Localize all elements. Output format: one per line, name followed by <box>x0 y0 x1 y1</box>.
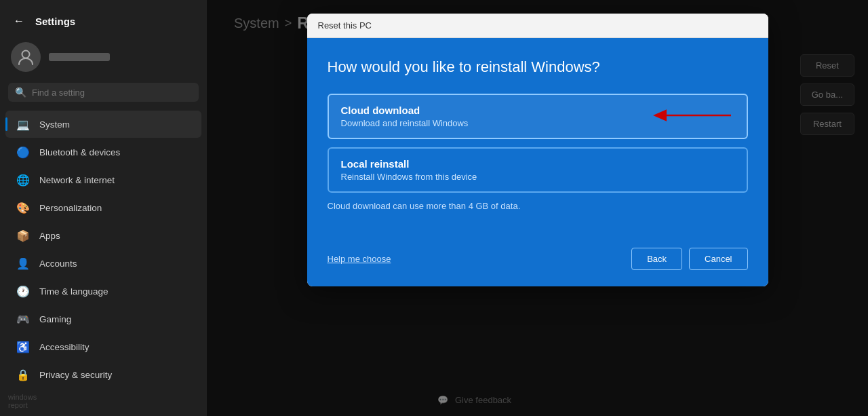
modal-footer: Help me choose Back Cancel <box>307 238 768 286</box>
apps-icon: 📦 <box>16 229 30 242</box>
watermark: windows report <box>8 393 37 409</box>
sidebar-label-bluetooth: Bluetooth & devices <box>39 147 120 157</box>
privacy-icon: 🔒 <box>16 368 30 381</box>
sidebar-item-accounts[interactable]: 👤 Accounts <box>5 250 201 277</box>
cloud-download-option[interactable]: Cloud download Download and reinstall Wi… <box>328 94 748 139</box>
search-box[interactable]: 🔍 <box>8 83 199 102</box>
sidebar-label-gaming: Gaming <box>39 314 71 324</box>
sidebar-label-accounts: Accounts <box>39 259 77 269</box>
sidebar-label-time: Time & language <box>39 286 108 297</box>
cancel-button-modal[interactable]: Cancel <box>689 248 747 270</box>
sidebar-label-network: Network & internet <box>39 175 115 185</box>
back-button-modal[interactable]: Back <box>631 248 682 270</box>
modal-question: How would you like to reinstall Windows? <box>328 58 748 76</box>
sidebar-header: ← Settings <box>0 0 207 37</box>
modal-title: Reset this PC <box>318 20 372 31</box>
sidebar-label-accessibility: Accessibility <box>39 342 90 352</box>
search-input[interactable] <box>32 88 192 98</box>
app-title: Settings <box>35 16 75 27</box>
modal-note: Cloud download can use more than 4 GB of… <box>328 201 748 211</box>
sidebar-item-personalization[interactable]: 🎨 Personalization <box>5 194 201 221</box>
sidebar-item-system[interactable]: 💻 System <box>5 111 201 138</box>
arrow-indicator <box>653 108 734 126</box>
accessibility-icon: ♿ <box>16 340 30 354</box>
nav-items: 💻 System 🔵 Bluetooth & devices 🌐 Network… <box>0 107 207 416</box>
local-option-title: Local reinstall <box>341 158 734 170</box>
help-link[interactable]: Help me choose <box>328 254 391 264</box>
sidebar-item-accessibility[interactable]: ♿ Accessibility <box>5 333 201 360</box>
user-section <box>0 37 207 80</box>
sidebar-item-network[interactable]: 🌐 Network & internet <box>5 166 201 193</box>
footer-buttons: Back Cancel <box>631 248 747 270</box>
sidebar-item-gaming[interactable]: 🎮 Gaming <box>5 305 201 333</box>
sidebar-label-personalization: Personalization <box>39 203 102 213</box>
local-reinstall-option[interactable]: Local reinstall Reinstall Windows from t… <box>328 147 748 193</box>
personalization-icon: 🎨 <box>16 201 30 214</box>
bluetooth-icon: 🔵 <box>16 145 30 159</box>
sidebar-item-apps[interactable]: 📦 Apps <box>5 222 201 249</box>
modal-titlebar: Reset this PC <box>307 14 768 38</box>
sidebar-label-privacy: Privacy & security <box>39 370 112 380</box>
accounts-icon: 👤 <box>16 257 30 270</box>
time-icon: 🕐 <box>16 284 30 298</box>
sidebar: ← Settings 🔍 💻 System 🔵 Bluetooth & devi… <box>0 0 207 416</box>
network-icon: 🌐 <box>16 173 30 187</box>
sidebar-label-apps: Apps <box>39 231 60 241</box>
avatar <box>11 42 41 72</box>
system-icon: 💻 <box>16 117 30 131</box>
red-arrow-icon <box>653 108 734 123</box>
local-option-desc: Reinstall Windows from this device <box>341 172 734 182</box>
sidebar-item-time[interactable]: 🕐 Time & language <box>5 278 201 305</box>
modal-body: How would you like to reinstall Windows?… <box>307 38 768 238</box>
modal-overlay: Reset this PC How would you like to rein… <box>207 0 868 416</box>
back-button[interactable]: ← <box>11 12 27 30</box>
gaming-icon: 🎮 <box>16 312 30 326</box>
reset-pc-modal: Reset this PC How would you like to rein… <box>307 14 768 286</box>
sidebar-label-system: System <box>39 119 70 130</box>
sidebar-item-privacy[interactable]: 🔒 Privacy & security <box>5 361 201 388</box>
search-icon: 🔍 <box>15 87 26 98</box>
svg-point-0 <box>22 51 30 58</box>
username-bar <box>49 53 110 61</box>
sidebar-item-bluetooth[interactable]: 🔵 Bluetooth & devices <box>5 138 201 166</box>
